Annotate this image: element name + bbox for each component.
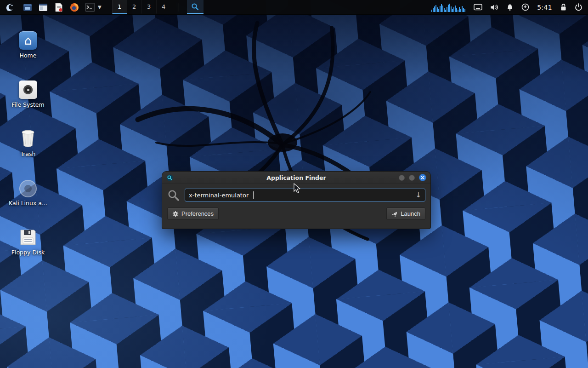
kali-disc-icon (19, 180, 37, 197)
magnifier-icon (191, 3, 199, 11)
workspace-2[interactable]: 2 (127, 0, 141, 14)
terminal-icon (85, 3, 95, 12)
network-monitor-graph[interactable] (431, 2, 466, 12)
panel-left: ▼ 1 2 3 4 (0, 0, 204, 14)
desktop-icon-floppy-disk[interactable]: Floppy Disk (8, 223, 48, 256)
notifications-bell-icon[interactable] (506, 4, 514, 11)
close-icon (421, 176, 424, 179)
close-button[interactable] (419, 174, 426, 181)
workspace-3[interactable]: 3 (141, 0, 156, 14)
text-caret (253, 191, 254, 199)
launcher-terminal[interactable] (84, 1, 96, 13)
desktop-icon-file-system[interactable]: File System (8, 75, 48, 108)
volume-icon[interactable] (490, 4, 498, 11)
dropdown-arrow-icon[interactable]: ↓ (415, 192, 421, 199)
system-tray: 5:41 (431, 0, 588, 14)
taskbar-button-application-finder[interactable] (187, 0, 204, 14)
workspace-1[interactable]: 1 (112, 0, 127, 14)
top-panel: ▼ 1 2 3 4 (0, 0, 588, 15)
desktop-icon-label: Kali Linux a... (9, 200, 47, 207)
maximize-button[interactable] (409, 175, 415, 181)
minimize-button[interactable] (399, 175, 405, 181)
window-title: Application Finder (162, 174, 430, 181)
updates-indicator-icon[interactable] (521, 3, 529, 11)
launch-button-label: Launch (401, 210, 420, 217)
applications-menu-button[interactable] (2, 1, 18, 14)
preferences-button-label: Preferences (181, 210, 214, 217)
window-titlebar[interactable]: Application Finder (162, 172, 430, 184)
launch-icon (391, 211, 398, 217)
window-icon (38, 2, 48, 12)
desktop-icon-kali-linux[interactable]: Kali Linux a... (8, 173, 48, 207)
logout-power-icon[interactable] (575, 3, 582, 11)
file-manager-icon (23, 2, 33, 12)
search-input[interactable]: x-terminal-emulator ↓ (185, 189, 425, 201)
desktop-icon-label: Floppy Disk (11, 249, 45, 256)
gear-icon (172, 211, 179, 217)
chevron-down-icon[interactable]: ▼ (98, 5, 102, 10)
search-row: x-terminal-emulator ↓ (167, 189, 425, 201)
application-finder-window: Application Finder x-terminal-emulator (162, 171, 431, 229)
panel-separator (179, 3, 179, 12)
desktop-icon-label: File System (11, 101, 45, 108)
search-input-value: x-terminal-emulator (189, 192, 249, 199)
clock[interactable]: 5:41 (537, 4, 552, 11)
workspace-switcher: 1 2 3 4 (112, 0, 171, 14)
keyboard-indicator-icon[interactable] (474, 4, 482, 11)
dialog-body: x-terminal-emulator ↓ Preference (162, 184, 430, 220)
desktop-icon-label: Home (20, 52, 37, 59)
search-icon (167, 189, 180, 201)
launcher-text-editor[interactable] (52, 1, 65, 13)
launch-button[interactable]: Launch (386, 207, 425, 220)
launcher-file-manager[interactable] (21, 1, 34, 13)
application-finder-app-icon (166, 174, 173, 181)
desktop-icon-label: Trash (20, 150, 35, 157)
desktop-icon-home[interactable]: ⌂ Home (8, 26, 48, 59)
window-controls (399, 174, 426, 181)
floppy-disk-icon (19, 228, 37, 247)
lock-screen-icon[interactable] (560, 3, 567, 11)
kali-logo-icon (5, 2, 15, 12)
home-icon: ⌂ (19, 31, 37, 50)
trash-icon (19, 128, 37, 148)
desktop: ▼ 1 2 3 4 (0, 0, 588, 368)
launcher-firefox[interactable] (68, 1, 80, 13)
workspace-4[interactable]: 4 (156, 0, 171, 14)
preferences-button[interactable]: Preferences (167, 207, 219, 220)
text-editor-icon (54, 2, 63, 12)
desktop-icon-trash[interactable]: Trash (8, 124, 48, 157)
launcher-file-browser[interactable] (37, 1, 49, 13)
firefox-icon (69, 2, 79, 12)
file-system-icon (19, 80, 37, 99)
desktop-icon-list: ⌂ Home File System Trash Kali Li (8, 26, 48, 256)
dialog-buttons: Preferences Launch (167, 207, 425, 220)
